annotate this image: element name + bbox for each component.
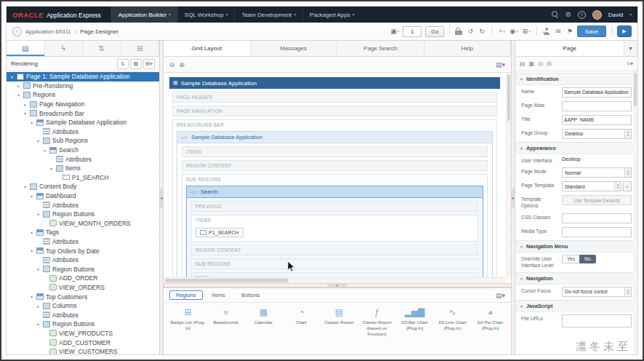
- brand-logo[interactable]: ORACLE Application Express: [12, 11, 101, 19]
- field-name[interactable]: [562, 87, 632, 98]
- tree-item[interactable]: ▾Region Buttons: [7, 210, 159, 219]
- gallery-tab-regions[interactable]: Regions: [169, 290, 203, 300]
- disclosure-icon[interactable]: ▾: [29, 248, 34, 253]
- property-group-navigation-menu[interactable]: ▼Navigation Menu: [515, 240, 637, 253]
- field-css-classes[interactable]: [562, 213, 632, 223]
- disclosure-icon[interactable]: ▾: [36, 322, 41, 327]
- avatar[interactable]: [592, 10, 602, 20]
- save-button[interactable]: Save: [577, 25, 606, 37]
- slot-previous[interactable]: PREVIOUS: [191, 201, 478, 212]
- tree-item[interactable]: ▾Page 1: Sample Database Application: [7, 72, 159, 82]
- field-file-urls[interactable]: [562, 314, 632, 328]
- comments-icon[interactable]: ✉: [555, 28, 562, 35]
- tree-item[interactable]: Attributes: [7, 127, 159, 137]
- tree-item[interactable]: VIEW_ORDERS: [7, 283, 159, 293]
- developer-icon[interactable]: ▾: [543, 28, 550, 35]
- tree-item[interactable]: ▾Sample Database Application: [7, 118, 159, 127]
- tree-item[interactable]: ▾Tags: [7, 228, 159, 237]
- tab-messages[interactable]: Messages: [251, 41, 338, 56]
- vertical-scrollbar[interactable]: [506, 73, 511, 277]
- shared-components-icon[interactable]: ⊞▾: [523, 28, 531, 35]
- disclosure-icon[interactable]: ▾: [23, 111, 28, 116]
- disclosure-icon[interactable]: ▾: [29, 120, 34, 125]
- tree-item[interactable]: VIEW_MONTH_ORDERS: [7, 219, 159, 229]
- slot-sub-regions[interactable]: SUB REGIONS: [191, 258, 478, 269]
- help-icon[interactable]: ?: [578, 11, 586, 19]
- region-header[interactable]: </> Search: [187, 186, 483, 198]
- field-page-template[interactable]: Standard: [562, 181, 621, 191]
- nav-application-builder[interactable]: Application Builder▾: [111, 7, 177, 23]
- field-page-alias[interactable]: [562, 101, 632, 111]
- tree-item[interactable]: ▾Regions: [7, 90, 159, 100]
- feedback-icon[interactable]: ⚑: [566, 28, 573, 35]
- toggle-no[interactable]: No: [579, 255, 596, 263]
- tab-help[interactable]: Help: [424, 41, 512, 56]
- scrollbar-thumb[interactable]: [165, 279, 289, 282]
- disclosure-icon[interactable]: ▾: [42, 148, 47, 153]
- rendering-tree[interactable]: ▾Page 1: Sample Database Application▸Pre…: [7, 71, 159, 354]
- tab-page[interactable]: Page: [515, 41, 624, 56]
- gallery-item-classic-report-function[interactable]: ƒClassic Report (based on Function): [358, 305, 395, 338]
- splitter-handle-icon[interactable]: ◂: [160, 188, 163, 208]
- panel-menu-icon[interactable]: ▾: [624, 41, 637, 56]
- disclosure-icon[interactable]: ▾: [49, 166, 54, 171]
- redo-icon[interactable]: ↻: [478, 28, 486, 35]
- item-p1-search[interactable]: P1_SEARCH: [196, 228, 243, 237]
- tree-item[interactable]: ▾Sub Regions: [7, 136, 159, 146]
- property-group-navigation[interactable]: ▼Navigation: [515, 272, 637, 285]
- tree-item[interactable]: ▸Page Navigation: [7, 100, 159, 109]
- horizontal-scrollbar[interactable]: [164, 277, 506, 283]
- tree-item[interactable]: ▸Columns: [7, 301, 159, 311]
- disclosure-icon[interactable]: ▸: [16, 83, 21, 88]
- region-search[interactable]: </> Search PREVIOUS ITEMS: [186, 186, 483, 277]
- menu-icon[interactable]: ▤▾: [143, 59, 155, 69]
- quick-pick-icon[interactable]: ›: [623, 181, 632, 191]
- tree-item[interactable]: ▸Pre-Rendering: [7, 82, 159, 91]
- gallery-item-d3-bar-chart[interactable]: ▂▅▇D3 Bar Chart (Plug-In): [396, 305, 433, 338]
- view-mode-icon[interactable]: ▦: [130, 59, 142, 69]
- tab-page-search[interactable]: Page Search: [337, 41, 424, 56]
- property-group-appearance[interactable]: ▼Appearance: [515, 142, 637, 154]
- tree-item[interactable]: ADD_CUSTOMER: [7, 338, 159, 347]
- tab-dynamic-actions[interactable]: ϟ: [45, 41, 84, 56]
- page-finder-icon[interactable]: ▣▾: [390, 28, 399, 35]
- field-title[interactable]: [562, 115, 632, 125]
- tree-item[interactable]: P1_SEARCH: [7, 173, 159, 183]
- tree-item[interactable]: ▾Region Buttons: [7, 264, 159, 274]
- tree-item[interactable]: Attributes: [7, 237, 159, 247]
- search-icon[interactable]: [552, 11, 559, 18]
- tree-item[interactable]: ▾Content Body: [7, 182, 159, 191]
- scrollbar-thumb[interactable]: [507, 74, 510, 121]
- admin-icon[interactable]: ⚙: [565, 11, 571, 18]
- disclosure-icon[interactable]: ▾: [29, 294, 34, 299]
- tree-item[interactable]: ▾Items: [7, 164, 159, 173]
- tree-item[interactable]: ADD_ORDER: [7, 274, 159, 283]
- grid-layout-canvas[interactable]: ▦ Sample Database Application PAGE HEADE…: [164, 73, 506, 277]
- go-button[interactable]: Go: [425, 26, 444, 37]
- spinner-icon[interactable]: [624, 287, 631, 296]
- disclosure-icon[interactable]: ▾: [36, 138, 41, 143]
- slot-items[interactable]: ITEMS: [182, 146, 488, 157]
- gallery-tab-items[interactable]: Items: [206, 290, 232, 300]
- utilities-icon[interactable]: ◉▾: [510, 28, 518, 35]
- tab-rendering[interactable]: ▤: [7, 41, 45, 56]
- gallery-item-chart[interactable]: ◔Chart: [283, 305, 320, 338]
- disclosure-icon[interactable]: ▾: [36, 212, 41, 217]
- gallery-item-classic-report[interactable]: ▤Classic Report: [321, 305, 358, 338]
- canvas-menu-icon[interactable]: ▤▾: [496, 61, 505, 68]
- gallery-item-breadcrumb[interactable]: »Breadcrumb: [207, 305, 244, 338]
- toggle-yes[interactable]: Yes: [562, 255, 579, 263]
- collapse-all-icon[interactable]: ⊟: [547, 60, 552, 67]
- zoom-in-icon[interactable]: ⊕: [180, 61, 185, 68]
- go-to-group-icon[interactable]: ≡▾: [627, 60, 633, 67]
- zoom-out-icon[interactable]: ⊖: [169, 61, 175, 68]
- page-number-input[interactable]: [403, 26, 422, 37]
- disclosure-icon[interactable]: ▾: [29, 230, 34, 235]
- slot-region-content[interactable]: REGION CONTENT: [191, 245, 478, 255]
- disclosure-icon[interactable]: ▾: [23, 184, 28, 189]
- region-header[interactable]: </> Sample Database Application: [177, 132, 492, 143]
- sort-order-icon[interactable]: ⇅: [117, 59, 129, 69]
- spinner-icon[interactable]: [624, 130, 631, 138]
- application-home-icon[interactable]: ↑: [12, 27, 22, 36]
- disclosure-icon[interactable]: ▾: [9, 74, 15, 79]
